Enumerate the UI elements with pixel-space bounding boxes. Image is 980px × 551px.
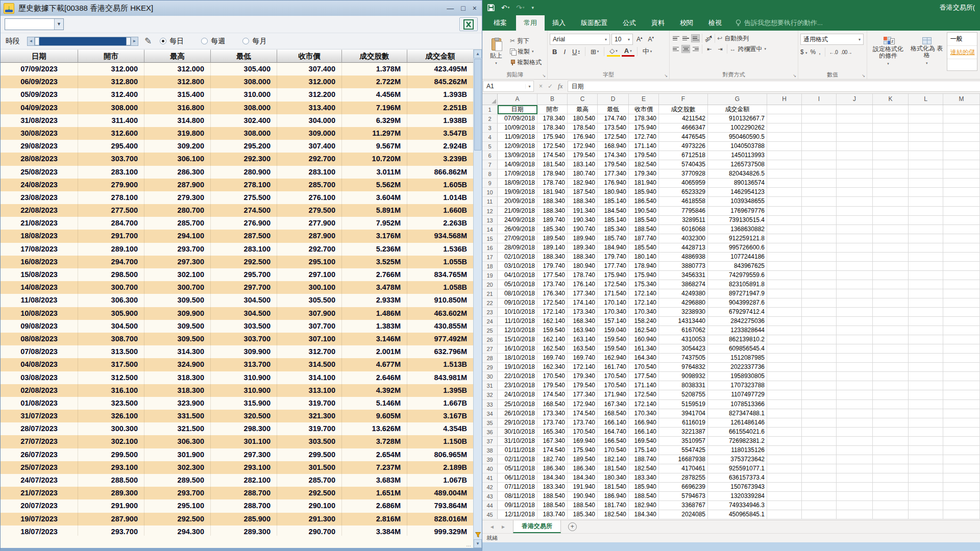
cell-D26[interactable]: 159.540 bbox=[598, 335, 629, 344]
cell-L10[interactable] bbox=[909, 188, 943, 197]
cell-E14[interactable]: 188.540 bbox=[629, 225, 659, 234]
cell-H38[interactable] bbox=[767, 446, 802, 455]
cell-M16[interactable] bbox=[943, 243, 980, 253]
table-row[interactable]: 05/09/2023312.400315.400310.000312.2004.… bbox=[1, 88, 473, 101]
cell-H26[interactable] bbox=[767, 335, 802, 344]
conditional-formatting-button[interactable]: ≠ 設定格式化 的條件 ▾ bbox=[869, 32, 907, 71]
table-row[interactable]: 31/08/2023311.400314.800302.400304.0006.… bbox=[1, 114, 473, 127]
row-header-6[interactable]: 6 bbox=[482, 151, 498, 160]
table-row[interactable]: 14/08/2023300.700300.700297.700300.1003.… bbox=[1, 281, 473, 294]
cell-A9[interactable]: 18/09/2018 bbox=[498, 179, 537, 188]
cell-G23[interactable]: 679297412.4 bbox=[708, 308, 767, 317]
cell-J32[interactable] bbox=[837, 390, 873, 399]
cell-H29[interactable] bbox=[767, 363, 802, 372]
cell-J30[interactable] bbox=[837, 372, 873, 381]
cell-F26[interactable]: 4310053 bbox=[659, 335, 708, 344]
cell-C23[interactable]: 173.340 bbox=[568, 308, 598, 317]
cell-K12[interactable] bbox=[873, 207, 909, 216]
cell-B35[interactable]: 173.740 bbox=[537, 418, 568, 428]
cell-G17[interactable]: 1077244186 bbox=[708, 253, 767, 262]
cell-L39[interactable] bbox=[909, 455, 943, 464]
table-row[interactable]: 08/08/2023308.700309.500303.700307.1003.… bbox=[1, 333, 473, 345]
cell-H5[interactable] bbox=[767, 142, 802, 151]
cell-I33[interactable] bbox=[802, 400, 837, 409]
cell-C20[interactable]: 176.140 bbox=[568, 280, 598, 289]
cell-A30[interactable]: 22/10/2018 bbox=[498, 372, 537, 381]
cell-I28[interactable] bbox=[802, 354, 837, 363]
cell-E37[interactable]: 169.540 bbox=[629, 437, 659, 446]
cell-G31[interactable]: 1707323788 bbox=[708, 381, 767, 390]
cell-D23[interactable]: 170.340 bbox=[598, 308, 629, 317]
cell-M12[interactable] bbox=[943, 207, 980, 216]
slider-right-arrow-icon[interactable]: ► bbox=[131, 37, 138, 46]
cell-K6[interactable] bbox=[873, 151, 909, 160]
cell-B37[interactable]: 167.340 bbox=[537, 437, 568, 446]
cell-M19[interactable] bbox=[943, 271, 980, 280]
cell-A7[interactable]: 14/09/2018 bbox=[498, 160, 537, 169]
cell-H17[interactable] bbox=[767, 253, 802, 262]
scroll-down-icon[interactable]: ▼ bbox=[474, 539, 482, 548]
cell-F43[interactable]: 5794673 bbox=[659, 492, 708, 501]
cell-I2[interactable] bbox=[802, 114, 837, 123]
cell-F13[interactable]: 3289511 bbox=[659, 216, 708, 225]
cell-F8[interactable]: 3770928 bbox=[659, 169, 708, 179]
cell-F27[interactable]: 3054423 bbox=[659, 344, 708, 354]
cell-C34[interactable]: 174.540 bbox=[568, 409, 598, 418]
cell-H10[interactable] bbox=[767, 188, 802, 197]
cell-K8[interactable] bbox=[873, 169, 909, 179]
cell-C11[interactable]: 188.340 bbox=[568, 197, 598, 206]
cell-M15[interactable] bbox=[943, 234, 980, 243]
cell-F31[interactable]: 8038331 bbox=[659, 381, 708, 390]
cell-M33[interactable] bbox=[943, 400, 980, 409]
merge-center-button[interactable]: ↔跨欄置中 ▾ bbox=[729, 45, 766, 54]
cut-button[interactable]: ✂剪下 bbox=[510, 37, 542, 45]
table-row[interactable]: 11/08/2023306.300309.500304.500305.5002.… bbox=[1, 294, 473, 307]
cell-D33[interactable]: 167.340 bbox=[598, 400, 629, 409]
cell-E30[interactable]: 177.540 bbox=[629, 372, 659, 381]
cell-D27[interactable]: 159.540 bbox=[598, 344, 629, 354]
cell-D10[interactable]: 180.940 bbox=[598, 188, 629, 197]
table-row[interactable]: 25/08/2023283.100286.300280.900283.1003.… bbox=[1, 166, 473, 179]
cell-K14[interactable] bbox=[873, 225, 909, 234]
cell-M18[interactable] bbox=[943, 262, 980, 271]
cell-M40[interactable] bbox=[943, 464, 980, 473]
cell-H31[interactable] bbox=[767, 381, 802, 390]
cell-K39[interactable] bbox=[873, 455, 909, 464]
cell-K10[interactable] bbox=[873, 188, 909, 197]
cell-J19[interactable] bbox=[837, 271, 873, 280]
cell-F4[interactable]: 4476545 bbox=[659, 133, 708, 142]
cell-G18[interactable]: 843967625 bbox=[708, 262, 767, 271]
cell-J7[interactable] bbox=[837, 160, 873, 169]
cell-K3[interactable] bbox=[873, 123, 909, 133]
cell-C17[interactable]: 188.340 bbox=[568, 253, 598, 262]
sheet-tab[interactable]: 香港交易所 bbox=[513, 520, 561, 533]
row-header-14[interactable]: 14 bbox=[482, 225, 498, 234]
cell-G40[interactable]: 925591077.1 bbox=[708, 464, 767, 473]
cell-A23[interactable]: 10/10/2018 bbox=[498, 308, 537, 317]
cell-B10[interactable]: 181.940 bbox=[537, 188, 568, 197]
cancel-icon[interactable]: × bbox=[539, 83, 543, 90]
history-column-header[interactable]: 收市價 bbox=[277, 49, 342, 63]
cell-G37[interactable]: 726982381.2 bbox=[708, 437, 767, 446]
cell-J39[interactable] bbox=[837, 455, 873, 464]
cell-K1[interactable] bbox=[873, 105, 909, 114]
row-header-22[interactable]: 22 bbox=[482, 298, 498, 308]
cell-E27[interactable]: 161.340 bbox=[629, 344, 659, 354]
cell-I40[interactable] bbox=[802, 464, 837, 473]
cell-D39[interactable]: 182.140 bbox=[598, 455, 629, 464]
cell-J38[interactable] bbox=[837, 446, 873, 455]
cell-J3[interactable] bbox=[837, 123, 873, 133]
history-column-header[interactable]: 日期 bbox=[1, 49, 78, 63]
cell-G29[interactable]: 2022337736 bbox=[708, 363, 767, 372]
cell-F32[interactable]: 5208755 bbox=[659, 390, 708, 399]
row-header-40[interactable]: 40 bbox=[482, 464, 498, 473]
paste-button[interactable]: 貼上 ▾ bbox=[484, 32, 508, 71]
cell-M29[interactable] bbox=[943, 363, 980, 372]
ribbon-tab-0[interactable]: 檔案 bbox=[484, 15, 516, 31]
cell-I21[interactable] bbox=[802, 289, 837, 298]
cell-A36[interactable]: 30/10/2018 bbox=[498, 428, 537, 437]
cell-H34[interactable] bbox=[767, 409, 802, 418]
row-header-24[interactable]: 24 bbox=[482, 317, 498, 326]
cell-I5[interactable] bbox=[802, 142, 837, 151]
cell-D25[interactable]: 159.040 bbox=[598, 326, 629, 335]
